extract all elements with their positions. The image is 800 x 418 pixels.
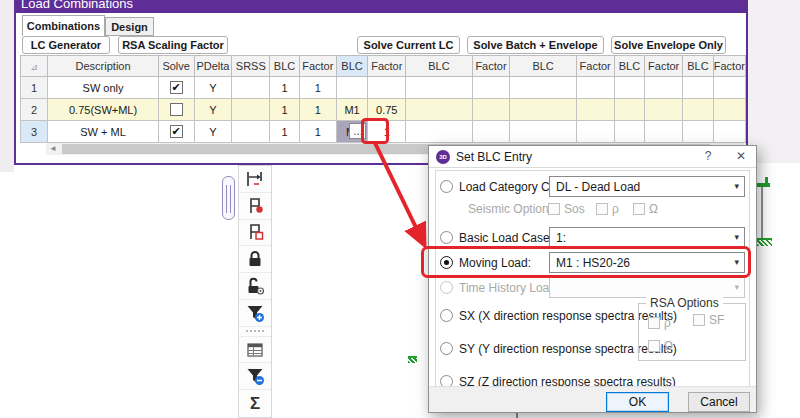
col-blc-5[interactable]: BLC <box>614 56 645 77</box>
unlock-button[interactable] <box>239 273 271 300</box>
rsa-omega-label: Ω <box>664 339 673 353</box>
row-number[interactable]: 1 <box>21 77 48 99</box>
seismic-options-label: Seismic Options: <box>468 202 558 216</box>
cell-blc1[interactable]: 1 <box>270 99 300 121</box>
rsa-scaling-factor-label: RSA Scaling Factor <box>122 39 224 51</box>
cell-solve[interactable]: ✔ <box>158 77 194 99</box>
basic-load-case-select[interactable]: 1: ▾ <box>549 227 745 248</box>
cell-srss[interactable] <box>232 77 270 99</box>
dimension-tool-button[interactable] <box>239 166 271 193</box>
lc-generator-button[interactable]: LC Generator <box>22 36 110 54</box>
cell-blc2[interactable]: M1 <box>336 99 368 121</box>
background-left-strip <box>0 0 14 172</box>
sum-button[interactable]: Σ <box>239 390 271 417</box>
cell-solve[interactable] <box>158 99 194 121</box>
dialog-titlebar[interactable]: 3D Set BLC Entry ? ✕ <box>429 146 756 168</box>
tab-design[interactable]: Design <box>105 17 154 36</box>
node-release-circle-button[interactable] <box>239 193 271 220</box>
help-button[interactable]: ? <box>699 149 717 163</box>
rsa-omega-checkbox[interactable] <box>648 340 660 352</box>
cell-factor1[interactable]: 1 <box>299 99 336 121</box>
cell-pdelta[interactable]: Y <box>194 77 232 99</box>
cell-solve[interactable]: ✔ <box>158 121 194 143</box>
filter-add-button[interactable] <box>239 300 271 327</box>
tab-design-label: Design <box>111 21 148 33</box>
solve-envelope-only-button[interactable]: Solve Envelope Only <box>611 36 726 54</box>
rsa-sf-checkbox[interactable] <box>693 314 705 326</box>
cell-factor2[interactable]: 0.75 <box>368 99 406 121</box>
corner-select-all-cell[interactable]: ⊿ <box>21 56 48 77</box>
col-blc-1[interactable]: BLC <box>270 56 300 77</box>
close-button[interactable]: ✕ <box>732 149 750 163</box>
col-srss[interactable]: SRSS <box>232 56 270 77</box>
cell-blc2[interactable] <box>336 77 368 99</box>
cell-blc1[interactable]: 1 <box>270 121 300 143</box>
cell-factor1[interactable]: 1 <box>299 77 336 99</box>
solve-checkbox-checked[interactable]: ✔ <box>170 81 183 94</box>
ok-button[interactable]: OK <box>606 392 669 412</box>
col-blc-6[interactable]: BLC <box>683 56 714 77</box>
panel-splitter-grip[interactable] <box>222 176 235 220</box>
col-blc-4[interactable]: BLC <box>510 56 576 77</box>
sx-radio[interactable] <box>440 309 453 322</box>
col-factor-4[interactable]: Factor <box>576 56 614 77</box>
row-number[interactable]: 3 <box>21 121 48 143</box>
sy-radio[interactable] <box>440 342 453 355</box>
lock-button[interactable] <box>239 246 271 273</box>
col-blc-3[interactable]: BLC <box>406 56 472 77</box>
cell-srss[interactable] <box>232 99 270 121</box>
col-factor-5[interactable]: Factor <box>645 56 683 77</box>
table-row-selected: 3 SW + ML ✔ Y 1 1 M1 … 1 <box>21 121 746 143</box>
cancel-label: Cancel <box>700 395 737 409</box>
node-release-square-button[interactable] <box>239 220 271 247</box>
solve-checkbox-unchecked[interactable] <box>170 103 183 116</box>
rsa-scaling-factor-button[interactable]: RSA Scaling Factor <box>118 36 228 54</box>
rsa-rho-checkbox[interactable] <box>648 317 660 329</box>
spreadsheet-button[interactable] <box>239 337 271 364</box>
cell-description[interactable]: SW + ML <box>48 121 159 143</box>
col-pdelta[interactable]: PDelta <box>194 56 232 77</box>
cell-factor2[interactable] <box>368 77 406 99</box>
basic-load-case-value: 1: <box>556 231 566 245</box>
cell-pdelta[interactable]: Y <box>194 99 232 121</box>
filter-remove-button[interactable] <box>239 363 271 390</box>
load-combinations-titlebar[interactable]: Load Combinations <box>14 0 748 13</box>
cell-blc2-selected[interactable]: M1 … <box>336 121 368 143</box>
col-factor-3[interactable]: Factor <box>472 56 510 77</box>
close-icon: ✕ <box>736 149 746 163</box>
blc-entry-ellipsis-button[interactable]: … <box>349 123 366 139</box>
cell-description[interactable]: 0.75(SW+ML) <box>48 99 159 121</box>
tab-combinations[interactable]: Combinations <box>22 15 105 36</box>
moving-load-radio[interactable] <box>440 256 453 269</box>
cell-factor1[interactable]: 1 <box>299 121 336 143</box>
solve-batch-envelope-label: Solve Batch + Envelope <box>473 39 597 51</box>
node-release-circle-icon <box>245 196 265 216</box>
load-category-select[interactable]: DL - Dead Load ▾ <box>549 176 745 197</box>
solve-current-lc-button[interactable]: Solve Current LC <box>357 36 460 54</box>
scrollbar-left-arrow-icon[interactable]: ◄ <box>49 144 57 153</box>
moving-load-select[interactable]: M1 : HS20-26 ▾ <box>549 252 745 273</box>
cell-blc1[interactable]: 1 <box>270 77 300 99</box>
row-number[interactable]: 2 <box>21 99 48 121</box>
seismic-omega-label: Ω <box>649 202 658 216</box>
col-solve[interactable]: Solve <box>158 56 194 77</box>
load-category-radio[interactable] <box>440 180 453 193</box>
col-blc-2[interactable]: BLC <box>336 56 368 77</box>
solve-checkbox-checked[interactable]: ✔ <box>170 125 183 138</box>
seismic-sds-checkbox[interactable] <box>548 203 560 215</box>
col-factor-2[interactable]: Factor <box>368 56 406 77</box>
cancel-button[interactable]: Cancel <box>688 392 750 412</box>
col-factor-6[interactable]: Factor <box>713 56 745 77</box>
toolbar-drag-grip[interactable] <box>239 327 271 337</box>
col-description[interactable]: Description <box>48 56 159 77</box>
solve-batch-envelope-button[interactable]: Solve Batch + Envelope <box>467 36 604 54</box>
cell-srss[interactable] <box>232 121 270 143</box>
grip-dots-icon <box>254 330 256 332</box>
cell-description[interactable]: SW only <box>48 77 159 99</box>
basic-load-case-radio[interactable] <box>440 231 453 244</box>
seismic-omega-checkbox[interactable] <box>633 203 645 215</box>
cell-pdelta[interactable]: Y <box>194 121 232 143</box>
cell-factor2[interactable]: 1 <box>368 121 406 143</box>
col-factor-1[interactable]: Factor <box>299 56 336 77</box>
seismic-rho-checkbox[interactable] <box>596 203 608 215</box>
